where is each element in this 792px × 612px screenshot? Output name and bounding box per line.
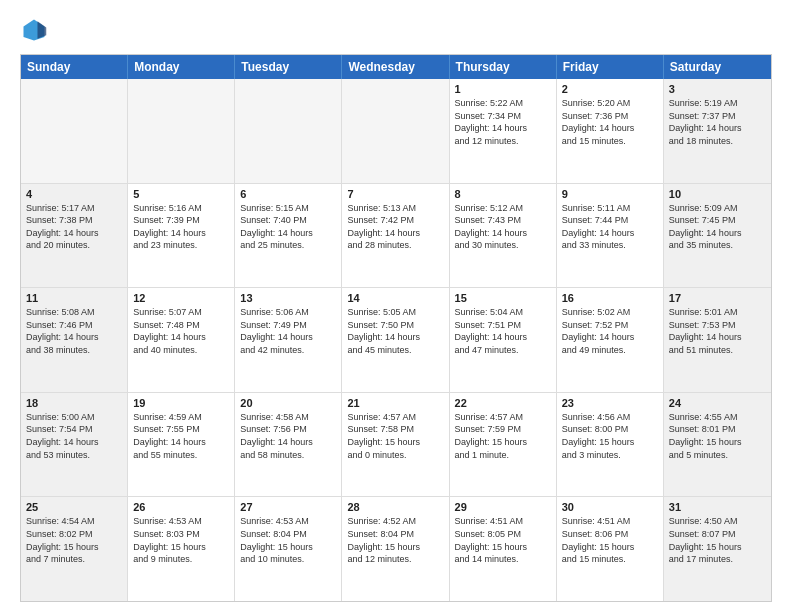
cell-info: Sunrise: 4:52 AMSunset: 8:04 PMDaylight:… (347, 515, 443, 565)
cell-info: Sunrise: 5:02 AMSunset: 7:52 PMDaylight:… (562, 306, 658, 356)
day-number: 21 (347, 397, 443, 409)
calendar-cell (342, 79, 449, 183)
day-number: 11 (26, 292, 122, 304)
calendar-header-cell: Friday (557, 55, 664, 79)
calendar-header-cell: Thursday (450, 55, 557, 79)
day-number: 28 (347, 501, 443, 513)
calendar-row: 11Sunrise: 5:08 AMSunset: 7:46 PMDayligh… (21, 288, 771, 393)
cell-info: Sunrise: 5:04 AMSunset: 7:51 PMDaylight:… (455, 306, 551, 356)
cell-info: Sunrise: 4:51 AMSunset: 8:05 PMDaylight:… (455, 515, 551, 565)
day-number: 3 (669, 83, 766, 95)
day-number: 29 (455, 501, 551, 513)
day-number: 6 (240, 188, 336, 200)
day-number: 10 (669, 188, 766, 200)
logo-icon (20, 16, 48, 44)
cell-info: Sunrise: 5:22 AMSunset: 7:34 PMDaylight:… (455, 97, 551, 147)
calendar-cell: 6Sunrise: 5:15 AMSunset: 7:40 PMDaylight… (235, 184, 342, 288)
day-number: 9 (562, 188, 658, 200)
cell-info: Sunrise: 5:01 AMSunset: 7:53 PMDaylight:… (669, 306, 766, 356)
cell-info: Sunrise: 4:53 AMSunset: 8:04 PMDaylight:… (240, 515, 336, 565)
calendar-cell: 12Sunrise: 5:07 AMSunset: 7:48 PMDayligh… (128, 288, 235, 392)
calendar-cell: 15Sunrise: 5:04 AMSunset: 7:51 PMDayligh… (450, 288, 557, 392)
calendar-cell: 22Sunrise: 4:57 AMSunset: 7:59 PMDayligh… (450, 393, 557, 497)
calendar-header-cell: Monday (128, 55, 235, 79)
cell-info: Sunrise: 4:59 AMSunset: 7:55 PMDaylight:… (133, 411, 229, 461)
day-number: 20 (240, 397, 336, 409)
day-number: 30 (562, 501, 658, 513)
cell-info: Sunrise: 5:15 AMSunset: 7:40 PMDaylight:… (240, 202, 336, 252)
calendar-cell: 14Sunrise: 5:05 AMSunset: 7:50 PMDayligh… (342, 288, 449, 392)
calendar-cell (235, 79, 342, 183)
day-number: 18 (26, 397, 122, 409)
cell-info: Sunrise: 5:06 AMSunset: 7:49 PMDaylight:… (240, 306, 336, 356)
calendar-cell: 2Sunrise: 5:20 AMSunset: 7:36 PMDaylight… (557, 79, 664, 183)
cell-info: Sunrise: 5:17 AMSunset: 7:38 PMDaylight:… (26, 202, 122, 252)
calendar-cell: 25Sunrise: 4:54 AMSunset: 8:02 PMDayligh… (21, 497, 128, 601)
calendar: SundayMondayTuesdayWednesdayThursdayFrid… (20, 54, 772, 602)
cell-info: Sunrise: 4:54 AMSunset: 8:02 PMDaylight:… (26, 515, 122, 565)
calendar-cell: 30Sunrise: 4:51 AMSunset: 8:06 PMDayligh… (557, 497, 664, 601)
calendar-cell: 7Sunrise: 5:13 AMSunset: 7:42 PMDaylight… (342, 184, 449, 288)
calendar-cell: 5Sunrise: 5:16 AMSunset: 7:39 PMDaylight… (128, 184, 235, 288)
calendar-cell: 8Sunrise: 5:12 AMSunset: 7:43 PMDaylight… (450, 184, 557, 288)
calendar-cell: 21Sunrise: 4:57 AMSunset: 7:58 PMDayligh… (342, 393, 449, 497)
day-number: 5 (133, 188, 229, 200)
header (20, 16, 772, 44)
calendar-cell: 4Sunrise: 5:17 AMSunset: 7:38 PMDaylight… (21, 184, 128, 288)
day-number: 26 (133, 501, 229, 513)
calendar-header-cell: Sunday (21, 55, 128, 79)
day-number: 19 (133, 397, 229, 409)
cell-info: Sunrise: 5:16 AMSunset: 7:39 PMDaylight:… (133, 202, 229, 252)
page: SundayMondayTuesdayWednesdayThursdayFrid… (0, 0, 792, 612)
calendar-cell: 10Sunrise: 5:09 AMSunset: 7:45 PMDayligh… (664, 184, 771, 288)
day-number: 25 (26, 501, 122, 513)
cell-info: Sunrise: 5:05 AMSunset: 7:50 PMDaylight:… (347, 306, 443, 356)
cell-info: Sunrise: 5:13 AMSunset: 7:42 PMDaylight:… (347, 202, 443, 252)
day-number: 8 (455, 188, 551, 200)
cell-info: Sunrise: 4:57 AMSunset: 7:58 PMDaylight:… (347, 411, 443, 461)
cell-info: Sunrise: 5:19 AMSunset: 7:37 PMDaylight:… (669, 97, 766, 147)
calendar-header-cell: Saturday (664, 55, 771, 79)
cell-info: Sunrise: 5:00 AMSunset: 7:54 PMDaylight:… (26, 411, 122, 461)
calendar-cell: 28Sunrise: 4:52 AMSunset: 8:04 PMDayligh… (342, 497, 449, 601)
day-number: 13 (240, 292, 336, 304)
calendar-cell: 27Sunrise: 4:53 AMSunset: 8:04 PMDayligh… (235, 497, 342, 601)
calendar-cell: 26Sunrise: 4:53 AMSunset: 8:03 PMDayligh… (128, 497, 235, 601)
calendar-cell: 9Sunrise: 5:11 AMSunset: 7:44 PMDaylight… (557, 184, 664, 288)
calendar-header-cell: Tuesday (235, 55, 342, 79)
calendar-cell: 17Sunrise: 5:01 AMSunset: 7:53 PMDayligh… (664, 288, 771, 392)
day-number: 23 (562, 397, 658, 409)
calendar-cell (21, 79, 128, 183)
cell-info: Sunrise: 4:57 AMSunset: 7:59 PMDaylight:… (455, 411, 551, 461)
calendar-body: 1Sunrise: 5:22 AMSunset: 7:34 PMDaylight… (21, 79, 771, 601)
cell-info: Sunrise: 5:07 AMSunset: 7:48 PMDaylight:… (133, 306, 229, 356)
day-number: 15 (455, 292, 551, 304)
calendar-cell: 18Sunrise: 5:00 AMSunset: 7:54 PMDayligh… (21, 393, 128, 497)
cell-info: Sunrise: 5:08 AMSunset: 7:46 PMDaylight:… (26, 306, 122, 356)
day-number: 27 (240, 501, 336, 513)
calendar-row: 1Sunrise: 5:22 AMSunset: 7:34 PMDaylight… (21, 79, 771, 184)
calendar-cell: 29Sunrise: 4:51 AMSunset: 8:05 PMDayligh… (450, 497, 557, 601)
day-number: 1 (455, 83, 551, 95)
calendar-cell: 13Sunrise: 5:06 AMSunset: 7:49 PMDayligh… (235, 288, 342, 392)
cell-info: Sunrise: 5:09 AMSunset: 7:45 PMDaylight:… (669, 202, 766, 252)
calendar-header-cell: Wednesday (342, 55, 449, 79)
calendar-row: 18Sunrise: 5:00 AMSunset: 7:54 PMDayligh… (21, 393, 771, 498)
day-number: 2 (562, 83, 658, 95)
calendar-cell: 31Sunrise: 4:50 AMSunset: 8:07 PMDayligh… (664, 497, 771, 601)
calendar-cell: 16Sunrise: 5:02 AMSunset: 7:52 PMDayligh… (557, 288, 664, 392)
cell-info: Sunrise: 4:50 AMSunset: 8:07 PMDaylight:… (669, 515, 766, 565)
calendar-header: SundayMondayTuesdayWednesdayThursdayFrid… (21, 55, 771, 79)
calendar-cell: 11Sunrise: 5:08 AMSunset: 7:46 PMDayligh… (21, 288, 128, 392)
calendar-cell: 23Sunrise: 4:56 AMSunset: 8:00 PMDayligh… (557, 393, 664, 497)
calendar-cell: 1Sunrise: 5:22 AMSunset: 7:34 PMDaylight… (450, 79, 557, 183)
calendar-cell (128, 79, 235, 183)
cell-info: Sunrise: 4:55 AMSunset: 8:01 PMDaylight:… (669, 411, 766, 461)
cell-info: Sunrise: 5:20 AMSunset: 7:36 PMDaylight:… (562, 97, 658, 147)
day-number: 16 (562, 292, 658, 304)
day-number: 31 (669, 501, 766, 513)
cell-info: Sunrise: 5:12 AMSunset: 7:43 PMDaylight:… (455, 202, 551, 252)
cell-info: Sunrise: 4:58 AMSunset: 7:56 PMDaylight:… (240, 411, 336, 461)
day-number: 14 (347, 292, 443, 304)
logo (20, 16, 52, 44)
